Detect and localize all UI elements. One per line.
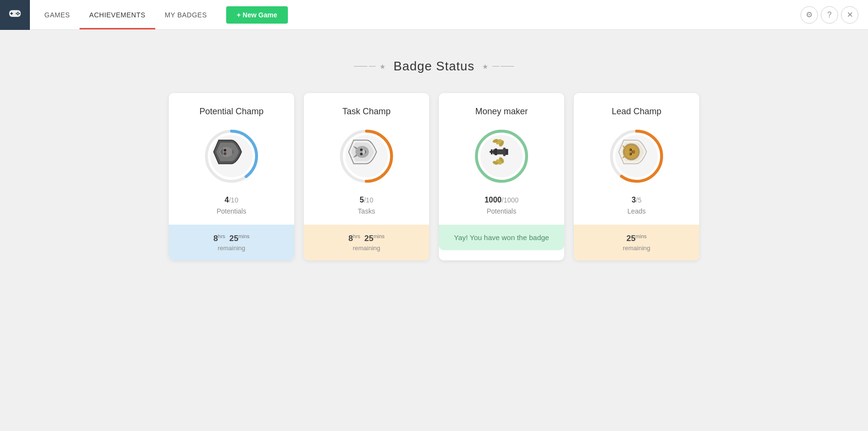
footer-time-potential-champ: 8hrs 25mins	[176, 233, 286, 243]
svg-point-5	[16, 13, 17, 14]
svg-point-6	[17, 14, 19, 15]
svg-point-4	[19, 13, 20, 14]
gamepad-icon	[7, 5, 23, 24]
close-button[interactable]: ✕	[841, 6, 858, 24]
stat-label-lead-champ: Leads	[627, 207, 646, 215]
stat-potential-champ: 4/10	[225, 196, 238, 204]
progress-circle-task-champ	[338, 127, 395, 185]
svg-point-42	[631, 150, 634, 154]
footer-label-lead-champ: remaining	[582, 244, 692, 252]
stat-label-money-maker: Potentials	[487, 207, 516, 215]
left-decoration: ★	[354, 63, 386, 70]
card-title-money-maker: Money maker	[475, 107, 528, 117]
card-footer-potential-champ: 8hrs 25mins remaining	[169, 225, 294, 260]
footer-label-task-champ: remaining	[312, 244, 421, 252]
svg-rect-2	[10, 13, 13, 14]
svg-point-12	[224, 153, 226, 154]
card-task-champ: Task Champ	[304, 93, 429, 260]
stat-money-maker: 1000/1000	[485, 196, 519, 204]
logo-area	[0, 0, 30, 30]
main-content: ★ Badge Status ★ Potential Champ	[0, 30, 868, 270]
right-star-icon: ★	[482, 63, 488, 70]
close-icon: ✕	[847, 10, 853, 19]
progress-circle-lead-champ	[608, 127, 665, 185]
footer-time-task-champ: 8hrs 25mins	[312, 233, 421, 243]
card-potential-champ: Potential Champ	[169, 93, 294, 260]
stat-lead-champ: 3/5	[632, 196, 642, 204]
tab-my-badges[interactable]: MY BADGES	[155, 0, 217, 29]
app-header: GAMES ACHIEVEMENTS MY BADGES + New Game …	[0, 0, 868, 30]
tab-games[interactable]: GAMES	[35, 0, 80, 29]
svg-rect-32	[491, 149, 493, 155]
svg-rect-30	[495, 148, 497, 155]
stat-label-potential-champ: Potentials	[217, 207, 246, 215]
card-footer-lead-champ: 25mins remaining	[574, 225, 699, 260]
card-footer-task-champ: 8hrs 25mins remaining	[304, 225, 429, 260]
help-icon: ?	[827, 11, 832, 19]
svg-point-41	[629, 149, 631, 150]
card-lead-champ: Lead Champ	[574, 93, 699, 260]
page-title: Badge Status	[393, 59, 475, 74]
svg-point-17	[360, 148, 363, 151]
footer-time-lead-champ: 25mins	[582, 233, 692, 243]
footer-won-money-maker: Yay! You have won the badge	[447, 233, 556, 242]
right-decoration: ★	[482, 63, 514, 70]
svg-point-18	[363, 150, 365, 154]
svg-point-40	[629, 153, 631, 155]
stat-label-task-champ: Tasks	[358, 207, 375, 215]
card-money-maker: Money maker	[439, 93, 564, 260]
cards-container: Potential Champ	[169, 93, 699, 260]
help-button[interactable]: ?	[821, 6, 838, 24]
svg-point-11	[224, 149, 226, 151]
card-title-task-champ: Task Champ	[342, 107, 391, 117]
footer-label-potential-champ: remaining	[176, 244, 286, 252]
tab-achievements[interactable]: ACHIEVEMENTS	[80, 0, 155, 29]
left-star-icon: ★	[380, 63, 386, 70]
progress-circle-potential-champ	[203, 127, 260, 185]
badge-status-header: ★ Badge Status ★	[354, 59, 514, 74]
settings-icon: ⚙	[806, 10, 813, 19]
svg-point-16	[360, 153, 363, 155]
progress-circle-money-maker	[473, 127, 530, 185]
svg-point-3	[17, 12, 19, 13]
new-game-button[interactable]: + New Game	[226, 6, 288, 24]
card-footer-money-maker: Yay! You have won the badge	[439, 225, 564, 250]
card-title-potential-champ: Potential Champ	[199, 107, 263, 117]
header-actions: ⚙ ? ✕	[800, 6, 868, 24]
nav-tabs: GAMES ACHIEVEMENTS MY BADGES	[35, 0, 217, 29]
settings-button[interactable]: ⚙	[800, 6, 818, 24]
card-title-lead-champ: Lead Champ	[611, 107, 661, 117]
svg-point-15	[355, 146, 369, 158]
stat-task-champ: 5/10	[360, 196, 373, 204]
